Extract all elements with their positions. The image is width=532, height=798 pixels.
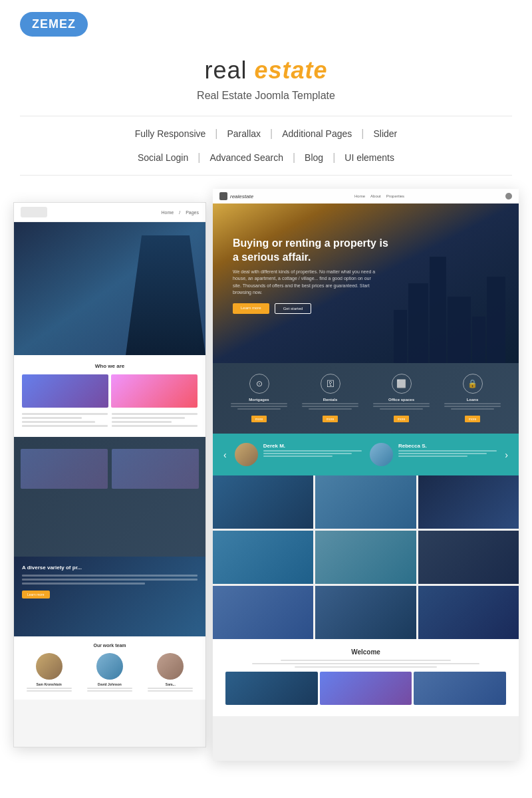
preview-area: Home / Pages Who we are	[13, 189, 519, 761]
city-silhouette	[394, 257, 505, 363]
rp-hero-btn-secondary[interactable]: Get started	[275, 303, 312, 314]
lp-team: Our work team Sam Kronshtain David Johns…	[14, 636, 205, 700]
testimonial-prev-arrow[interactable]: ‹	[223, 450, 227, 460]
rp-hero: Buying or renting a property is a seriou…	[213, 203, 519, 363]
rentals-icon: ⚿	[321, 374, 340, 394]
rp-bottom-img-2	[320, 672, 412, 705]
service-mortgages: ⊙ Mortgages more	[223, 374, 295, 423]
rp-hero-text: Buying or renting a property is a seriou…	[233, 237, 392, 314]
office-icon: ⬜	[392, 374, 412, 394]
avatar-3	[157, 653, 184, 680]
lp-who-img-2	[111, 374, 198, 408]
service-btn-mortgages[interactable]: more	[251, 416, 267, 422]
rp-gallery	[213, 475, 519, 639]
team-member-1: Sam Kronshtain	[21, 653, 77, 693]
lp-variety: A diverse variety of pr... Learn more	[14, 557, 205, 636]
features-row-1: Fully Responsive | Parallax | Additional…	[33, 122, 499, 146]
rp-bottom-img-3	[414, 672, 506, 705]
lp-cat-commercial: Commercial	[21, 449, 108, 489]
brand-subtitle: Real Estate Joomla Template	[0, 84, 532, 112]
feature-ui-elements: UI elements	[336, 150, 402, 166]
lp-team-row: Sam Kronshtain David Johnson Sara...	[21, 653, 199, 693]
testimonial-1: Derek M.	[235, 443, 362, 466]
lp-cat-residential: Residential	[112, 449, 199, 489]
rp-testimonials: ‹ Derek M. Rebecca S. ›	[213, 434, 519, 475]
lp-nav: Home / Pages	[162, 210, 200, 215]
rp-hero-btn-primary[interactable]: Learn more	[233, 303, 269, 314]
lp-hero	[14, 222, 205, 355]
avatar-1	[36, 653, 63, 680]
avatar-2	[96, 653, 123, 680]
team-member-2: David Johnson	[81, 653, 138, 693]
service-btn-loans[interactable]: more	[465, 416, 480, 422]
feature-social-login: Social Login	[130, 150, 196, 166]
testimonial-avatar-1	[235, 443, 258, 466]
gallery-item-2	[315, 475, 416, 529]
preview-right: realestate Home About Properties Bu	[213, 189, 519, 761]
gallery-item-3	[418, 475, 519, 529]
feature-advanced-search: Advanced Search	[201, 150, 291, 166]
lp-logo-small	[21, 207, 47, 217]
gallery-item-5	[315, 531, 416, 584]
logo-text: ZEMEZ	[32, 17, 76, 31]
feature-fully-responsive: Fully Responsive	[127, 126, 214, 142]
service-btn-office[interactable]: more	[394, 416, 409, 422]
rp-nav-dot	[505, 193, 512, 200]
testimonial-avatar-2	[370, 443, 393, 466]
gallery-item-9	[418, 586, 519, 639]
lp-who-section: Who we are	[14, 355, 205, 437]
features-row-2: Social Login | Advanced Search | Blog | …	[33, 146, 499, 170]
preview-left: Home / Pages Who we are	[13, 202, 206, 747]
rp-hero-title: Buying or renting a property is a seriou…	[233, 237, 392, 265]
gallery-item-1	[213, 475, 313, 529]
lp-variety-btn[interactable]: Learn more	[22, 591, 50, 598]
rp-hero-buttons: Learn more Get started	[233, 303, 392, 314]
lp-cat-row: Commercial Residential	[21, 449, 199, 489]
testimonial-next-arrow[interactable]: ›	[505, 450, 508, 460]
lp-who-text	[22, 413, 198, 429]
lp-topbar: Home / Pages	[14, 203, 205, 222]
service-btn-rentals[interactable]: more	[323, 416, 338, 422]
lp-categories: Commercial Residential	[14, 437, 205, 557]
header: ZEMEZ	[0, 0, 532, 43]
rp-nav: Home About Properties	[354, 194, 404, 198]
brand-section: real estate Real Estate Joomla Template	[0, 43, 532, 116]
brand-title: real estate	[0, 57, 532, 84]
gallery-item-7	[213, 586, 313, 639]
lp-who-title: Who we are	[22, 363, 198, 369]
service-rentals: ⚿ Rentals more	[295, 374, 366, 423]
feature-additional-pages: Additional Pages	[274, 126, 360, 142]
lp-who-img-1	[22, 374, 108, 408]
team-member-3: Sara...	[142, 653, 199, 693]
rp-services-row: ⊙ Mortgages more ⚿ Rentals more	[223, 374, 508, 423]
rp-topbar: realestate Home About Properties	[213, 189, 519, 203]
rp-services: ⊙ Mortgages more ⚿ Rentals more	[213, 363, 519, 434]
features-bar: Fully Responsive | Parallax | Additional…	[20, 116, 512, 176]
rp-welcome: Welcome	[213, 639, 519, 716]
rp-bottom-img-1	[225, 672, 318, 705]
feature-blog: Blog	[297, 150, 331, 166]
mortgages-icon: ⊙	[249, 374, 269, 394]
gallery-item-6	[418, 531, 519, 584]
feature-slider: Slider	[365, 126, 405, 142]
service-office-spaces: ⬜ Office spaces more	[366, 374, 437, 423]
rp-hero-subtitle: We deal with different kinds of properti…	[233, 269, 379, 297]
rp-bottom-images	[223, 670, 508, 707]
loans-icon: 🔒	[463, 374, 483, 394]
home-icon	[219, 192, 227, 200]
lp-who-images	[22, 374, 198, 408]
feature-parallax: Parallax	[219, 126, 269, 142]
rp-logo: realestate	[219, 192, 253, 200]
testimonial-2: Rebecca S.	[370, 443, 497, 466]
logo[interactable]: ZEMEZ	[20, 12, 88, 37]
gallery-item-8	[315, 586, 416, 639]
service-loans: 🔒 Loans more	[437, 374, 508, 423]
gallery-item-4	[213, 531, 313, 584]
